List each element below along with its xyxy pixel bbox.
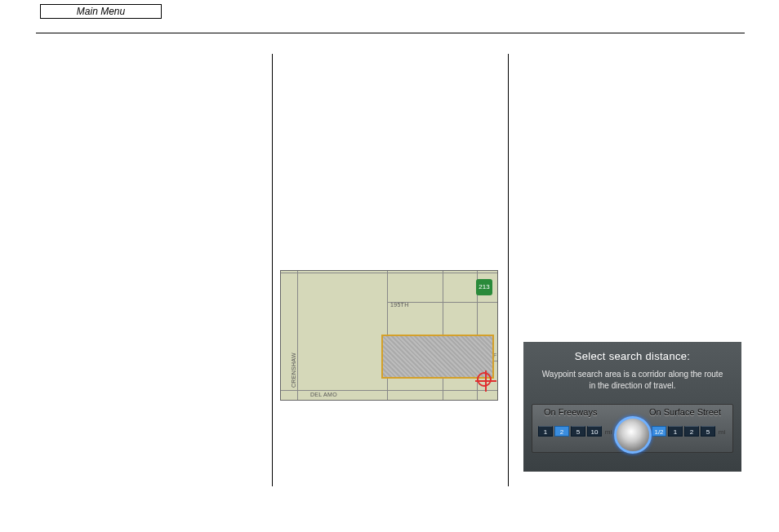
distance-tick[interactable]: 1/2 <box>652 426 666 437</box>
road-label-195th: 195TH <box>390 302 409 308</box>
road-label-crenshaw: CRENSHAW <box>291 352 296 388</box>
distance-tick[interactable]: 2 <box>684 426 699 437</box>
road-label-del-amo: DEL AMO <box>310 392 337 397</box>
crosshair-icon <box>477 372 492 387</box>
road-top <box>281 273 497 273</box>
distance-tick[interactable]: 1 <box>538 426 553 437</box>
distance-tick[interactable]: 10 <box>587 426 602 437</box>
distance-selector-panel: On Freeways On Surface Street 12510mi 1/… <box>532 404 733 453</box>
unit-label: mi <box>603 426 613 437</box>
map-figure: CRENSHAW VAN NESS DEL AMO 195TH WESTERN … <box>280 270 498 401</box>
divider <box>36 33 745 33</box>
dialog-title: Select search distance: <box>523 342 741 362</box>
road-crenshaw <box>297 271 298 400</box>
road-del-amo <box>281 390 497 391</box>
distance-tick[interactable]: 5 <box>571 426 585 437</box>
route-shield: 213 <box>476 279 492 295</box>
selector-knob[interactable] <box>614 416 652 454</box>
dialog-description: Waypoint search area is a corridor along… <box>523 369 741 392</box>
distance-tick[interactable]: 1 <box>668 426 683 437</box>
distance-tick[interactable]: 5 <box>701 426 715 437</box>
search-distance-dialog: Select search distance: Waypoint search … <box>523 342 741 472</box>
unit-label: mi <box>717 426 727 437</box>
destination-search-area <box>381 335 494 379</box>
column-1 <box>36 54 272 486</box>
on-freeways-label: On Freeways <box>544 407 597 417</box>
distance-tick[interactable]: 2 <box>554 426 569 437</box>
main-menu-button[interactable]: Main Menu <box>40 4 162 19</box>
dialog-body-line2: in the direction of travel. <box>589 381 675 390</box>
dialog-body-line1: Waypoint search area is a corridor along… <box>542 370 723 379</box>
on-surface-street-label: On Surface Street <box>649 407 721 417</box>
